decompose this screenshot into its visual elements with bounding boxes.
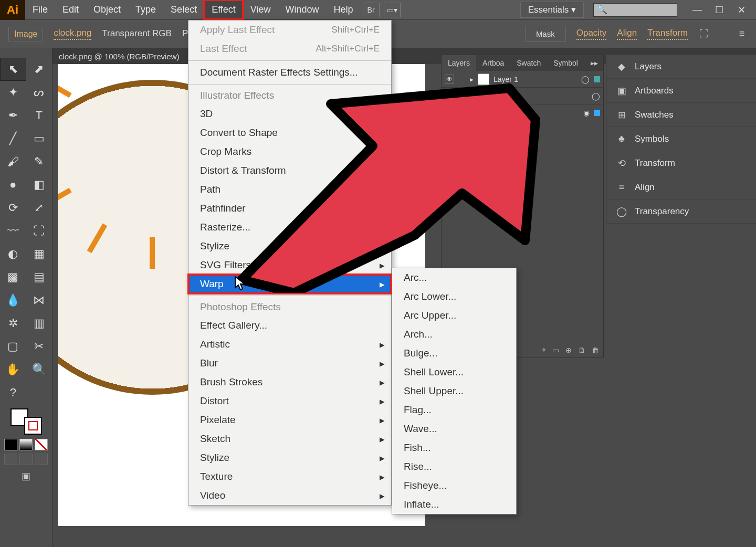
menuitem-warp-shell-upper[interactable]: Shell Upper... — [392, 382, 516, 401]
menuitem-warp-arch[interactable]: Arch... — [392, 325, 516, 344]
tool-rectangle[interactable]: ▭ — [26, 127, 52, 150]
menuitem-warp-fisheye[interactable]: Fisheye... — [392, 476, 516, 495]
menuitem-warp[interactable]: Warp — [188, 275, 391, 293]
tool-width[interactable]: 〰 — [0, 219, 26, 243]
new-layer-icon[interactable]: 🗎 — [578, 346, 585, 354]
menuitem-artistic[interactable]: Artistic — [188, 335, 391, 354]
menuitem-apply-last-effect[interactable]: Apply Last EffectShift+Ctrl+E — [188, 20, 391, 39]
tool-mesh[interactable]: ▩ — [0, 266, 26, 289]
tool-help[interactable]: ? — [0, 381, 26, 404]
visibility-toggle[interactable]: 👁 — [445, 91, 454, 101]
menu-edit[interactable]: Edit — [55, 0, 86, 19]
menuitem-video[interactable]: Video — [188, 486, 391, 505]
tab-artboards[interactable]: Artboa — [476, 55, 510, 71]
transform-link[interactable]: Transform — [647, 28, 688, 40]
panel-more-icon[interactable]: ▸▸ — [584, 55, 604, 71]
tool-gradient[interactable]: ▤ — [26, 266, 52, 289]
draw-normal-icon[interactable] — [4, 454, 17, 465]
menuitem-warp-arc-lower[interactable]: Arc Lower... — [392, 287, 516, 306]
menuitem-stylize[interactable]: Stylize — [188, 237, 391, 256]
tab-symbols[interactable]: Symbol — [547, 55, 584, 71]
stroke-swatch[interactable] — [24, 417, 42, 435]
menuitem-sketch[interactable]: Sketch — [188, 429, 391, 448]
menu-window[interactable]: Window — [278, 0, 327, 19]
tool-selection[interactable]: ⬉ — [0, 58, 26, 81]
draw-behind-icon[interactable] — [19, 454, 33, 465]
align-link[interactable]: Align — [617, 28, 637, 40]
tool-magic-wand[interactable]: ✦ — [0, 81, 26, 104]
minimize-button[interactable]: — — [690, 4, 705, 16]
screen-mode-icon[interactable]: ▣ — [20, 470, 32, 482]
panel-align[interactable]: ≡Align — [606, 175, 756, 199]
tool-blend[interactable]: ⋈ — [26, 289, 52, 312]
tool-free-transform[interactable]: ⛶ — [26, 219, 52, 243]
bridge-button[interactable]: Br — [363, 3, 380, 17]
maximize-button[interactable]: ☐ — [712, 4, 727, 16]
menu-select[interactable]: Select — [163, 0, 204, 19]
tool-symbol-sprayer[interactable]: ✲ — [0, 312, 26, 335]
panel-layers[interactable]: ◆Layers — [606, 55, 756, 79]
menuitem-stylize[interactable]: Stylize — [188, 448, 391, 467]
menuitem-pathfinder[interactable]: Pathfinder — [188, 199, 391, 218]
menuitem-texture[interactable]: Texture — [188, 467, 391, 486]
menu-help[interactable]: Help — [327, 0, 361, 19]
gradient-mode-swatch[interactable] — [19, 439, 33, 450]
menuitem-warp-arc-upper[interactable]: Arc Upper... — [392, 306, 516, 325]
panel-artboards[interactable]: ▣Artboards — [606, 79, 756, 103]
menuitem-crop-marks[interactable]: Crop Marks — [188, 142, 391, 161]
tool-shape-builder[interactable]: ◐ — [0, 243, 26, 266]
tool-zoom[interactable]: 🔍 — [26, 358, 52, 381]
menuitem-effect-gallery[interactable]: Effect Gallery... — [188, 316, 391, 335]
search-field[interactable]: 🔍 — [593, 3, 677, 17]
menu-effect[interactable]: Effect — [204, 0, 243, 19]
tool-paintbrush[interactable]: 🖌 — [0, 150, 26, 173]
new-sublayer-icon[interactable]: ⊕ — [565, 346, 572, 354]
delete-layer-icon[interactable]: 🗑 — [592, 346, 599, 354]
options-menu-icon[interactable]: ≡ — [736, 28, 748, 40]
tab-swatches[interactable]: Swatch — [510, 55, 547, 71]
menu-type[interactable]: Type — [128, 0, 163, 19]
color-mode-swatch[interactable] — [4, 439, 17, 450]
close-button[interactable]: ✕ — [734, 4, 749, 16]
opacity-link[interactable]: Opacity — [576, 28, 607, 40]
menu-view[interactable]: View — [243, 0, 278, 19]
none-mode-swatch[interactable] — [35, 439, 48, 450]
menuitem-last-effect[interactable]: Last EffectAlt+Shift+Ctrl+E — [188, 39, 391, 58]
tool-artboard[interactable]: ▢ — [0, 335, 26, 358]
panel-transform[interactable]: ⟲Transform — [606, 151, 756, 175]
layer-row[interactable]: 👁 ▸ Layer 1 ◯ — [442, 71, 603, 88]
tool-hand[interactable]: ✋ — [0, 358, 26, 381]
tool-pen[interactable]: ✒ — [0, 104, 26, 127]
tool-rotate[interactable]: ⟳ — [0, 196, 26, 219]
panel-swatches[interactable]: ⊞Swatches — [606, 103, 756, 127]
menuitem-warp-rise[interactable]: Rise... — [392, 457, 516, 476]
layer-name[interactable]: . — [496, 92, 498, 100]
draw-inside-icon[interactable] — [35, 454, 48, 465]
menuitem-brush-strokes[interactable]: Brush Strokes — [188, 373, 391, 392]
tool-direct-selection[interactable]: ⬈ — [26, 58, 52, 81]
menuitem-doc-raster-settings[interactable]: Document Raster Effects Settings... — [188, 63, 391, 82]
expand-icon[interactable]: ▸ — [470, 75, 474, 83]
menuitem-warp-bulge[interactable]: Bulge... — [392, 344, 516, 363]
target-icon[interactable]: ◯ — [592, 92, 600, 100]
layer-name[interactable]: Layer 1 — [494, 75, 518, 83]
menu-object[interactable]: Object — [86, 0, 128, 19]
layer-row[interactable]: 👁 ... ◉ — [442, 104, 603, 121]
target-icon[interactable]: ◯ — [581, 75, 590, 83]
menuitem-path[interactable]: Path — [188, 180, 391, 199]
tool-scale[interactable]: ⤢ — [26, 196, 52, 219]
menuitem-svg-filters[interactable]: SVG Filters — [188, 256, 391, 275]
menuitem-warp-inflate[interactable]: Inflate... — [392, 495, 516, 514]
tool-column-graph[interactable]: ▥ — [26, 312, 52, 335]
layer-row[interactable]: 👁 . ◯ — [442, 88, 603, 104]
menuitem-rasterize[interactable]: Rasterize... — [188, 218, 391, 237]
panel-transparency[interactable]: ◯Transparency — [606, 199, 756, 224]
option-filename[interactable]: clock.png — [54, 28, 91, 40]
panel-symbols[interactable]: ♣Symbols — [606, 127, 756, 151]
tool-blob-brush[interactable]: ● — [0, 173, 26, 196]
tool-slice[interactable]: ✂ — [26, 335, 52, 358]
tool-type[interactable]: T — [26, 104, 52, 127]
layer-name[interactable]: ... — [496, 109, 502, 117]
tool-pencil[interactable]: ✎ — [26, 150, 52, 173]
menuitem-warp-flag[interactable]: Flag... — [392, 401, 516, 419]
